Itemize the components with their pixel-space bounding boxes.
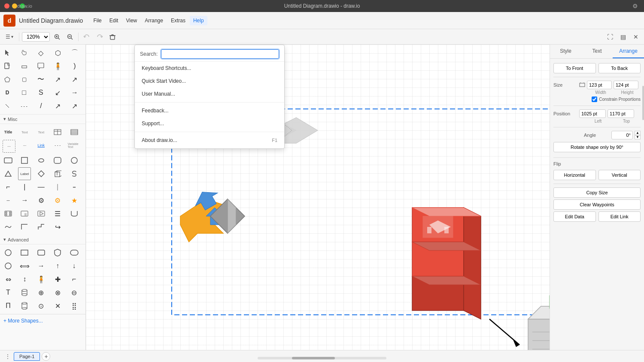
shape-arrow-e[interactable]: → (68, 86, 81, 99)
misc-film[interactable] (2, 207, 15, 220)
left-input[interactable] (579, 109, 606, 118)
flip-horizontal-button[interactable]: Horizontal (553, 170, 596, 180)
misc-thin-line[interactable]: ─ (2, 194, 15, 207)
adv-arrow-up[interactable]: ↑ (51, 259, 64, 272)
feedback-item[interactable]: Feedback... (135, 104, 284, 117)
keyboard-shortcuts-item[interactable]: Keyboard Shortcuts... (135, 62, 284, 75)
misc-vline2[interactable]: | (51, 181, 64, 193)
adv-dots[interactable]: ⣿ (68, 299, 81, 312)
adv-cylinder2[interactable] (18, 299, 31, 312)
flip-vertical-button[interactable]: Vertical (598, 170, 641, 180)
adv-circle[interactable] (2, 246, 15, 259)
misc-wave-shape[interactable] (2, 220, 15, 233)
misc-thick-line[interactable]: ━ (68, 181, 81, 193)
misc-angle[interactable]: ⌐ (2, 181, 15, 193)
menu-help[interactable]: Help (190, 16, 207, 25)
misc-rounding[interactable] (51, 154, 64, 167)
misc-text-box[interactable] (18, 207, 31, 220)
zoom-in-button[interactable] (52, 31, 63, 42)
misc-text1[interactable]: Text (18, 126, 31, 139)
add-page-button[interactable]: + (42, 352, 50, 361)
adv-no-symbol[interactable]: ⊗ (51, 286, 64, 299)
misc-text2[interactable]: Text (35, 126, 48, 139)
sidebar-toggle-button[interactable]: ☰ ▾ (3, 32, 16, 42)
shape-rect[interactable]: ▭ (18, 60, 30, 72)
misc-cog1[interactable]: ⚙ (35, 194, 48, 207)
misc-square[interactable] (18, 154, 31, 167)
misc-s[interactable] (68, 167, 81, 180)
adv-pill[interactable] (68, 246, 81, 259)
adv-person[interactable]: 🧍 (35, 273, 48, 286)
menu-arrange[interactable]: Arrange (141, 16, 167, 25)
undo-button[interactable] (81, 31, 92, 42)
adv-cross[interactable]: ✚ (51, 273, 64, 286)
shape-hexagon[interactable]: ⬡ (52, 46, 64, 59)
misc-link[interactable]: Link (35, 139, 48, 152)
misc-star[interactable]: ★ (68, 194, 81, 207)
redo-button[interactable] (94, 31, 105, 42)
misc-triangle[interactable] (2, 167, 15, 180)
shape-hand[interactable] (18, 46, 30, 59)
misc-rounded-bottom[interactable] (68, 207, 81, 220)
shape-arrow-ne2[interactable]: ↗ (68, 73, 81, 86)
misc-dotted2[interactable]: ··· (18, 139, 31, 152)
user-manual-item[interactable]: User Manual... (135, 87, 284, 100)
misc-dashed-line[interactable]: - - - (51, 139, 64, 152)
misc-list[interactable] (68, 126, 81, 139)
misc-title[interactable]: Title (2, 126, 15, 139)
zoom-out-button[interactable] (64, 31, 76, 42)
misc-lines[interactable]: ☰ (51, 207, 64, 220)
menu-file[interactable]: File (90, 16, 105, 25)
clear-waypoints-button[interactable]: Clear Waypoints (553, 199, 641, 210)
adv-minus-circle[interactable]: ⊖ (68, 286, 81, 299)
horizontal-scrollbar-track[interactable] (258, 357, 386, 359)
format-panel-button[interactable]: ▤ (617, 31, 629, 42)
menu-edit[interactable]: Edit (106, 16, 122, 25)
top-input[interactable] (608, 109, 634, 118)
tab-text[interactable]: Text (581, 45, 613, 58)
help-search-input[interactable] (161, 49, 279, 59)
shape-callout[interactable] (34, 60, 47, 72)
misc-corner[interactable] (18, 220, 31, 233)
misc-dotted1[interactable]: ··· (3, 140, 15, 153)
close-panel-button[interactable]: ✕ (630, 31, 641, 42)
constrain-checkbox[interactable] (592, 97, 597, 102)
to-back-button[interactable]: To Back (598, 63, 641, 73)
misc-circle[interactable] (35, 154, 48, 167)
shape-line[interactable]: ⟍ (1, 100, 14, 112)
adv-circle2[interactable] (2, 259, 15, 272)
misc-hline[interactable]: — (35, 181, 48, 193)
section-misc[interactable]: ▾ Misc (0, 115, 85, 124)
adv-arrow-down[interactable]: ↓ (68, 259, 81, 272)
adv-t-shape[interactable]: T (2, 286, 15, 299)
adv-arrows-h[interactable]: ⟺ (18, 259, 31, 272)
page-options-button[interactable]: ⋮ (3, 352, 12, 361)
section-advanced[interactable]: ▾ Advanced (0, 235, 85, 244)
misc-arrow-right[interactable]: → (18, 194, 31, 207)
misc-diamond[interactable] (35, 167, 48, 180)
shape-arrow-diag[interactable]: ↗ (52, 100, 64, 112)
zoom-select[interactable]: 120% 100% 80% 150% (22, 32, 50, 42)
edit-data-button[interactable]: Edit Data (553, 211, 596, 222)
misc-table[interactable] (51, 126, 64, 139)
adv-target[interactable]: ⊙ (35, 299, 48, 312)
misc-cube[interactable] (51, 167, 64, 180)
misc-label-shape[interactable]: Label (18, 167, 31, 180)
adv-arrows-r[interactable]: → (35, 259, 48, 272)
shape-pentagon[interactable]: ⬠ (1, 73, 14, 86)
quick-start-item[interactable]: Quick Start Video... (135, 75, 284, 87)
shape-dashed[interactable]: - - - (18, 100, 30, 112)
misc-bigcircle[interactable] (68, 154, 81, 167)
angle-up-button[interactable]: ▲ (635, 131, 641, 135)
shape-bracket[interactable]: ) (68, 60, 81, 72)
shape-d[interactable]: D (1, 86, 14, 99)
edit-link-button[interactable]: Edit Link (598, 211, 641, 222)
shape-rect2[interactable]: □ (18, 86, 30, 99)
shape-rounded-rect[interactable]: ▢ (18, 73, 30, 86)
adv-corner-l[interactable]: ⌐ (68, 273, 81, 286)
adv-shield[interactable] (51, 246, 64, 259)
shape-arrow-ne[interactable]: ↗ (52, 73, 64, 86)
settings-icon[interactable]: ⚙ (632, 3, 638, 9)
adv-circle3[interactable]: ⊕ (35, 286, 48, 299)
adv-cylinder[interactable] (18, 286, 31, 299)
